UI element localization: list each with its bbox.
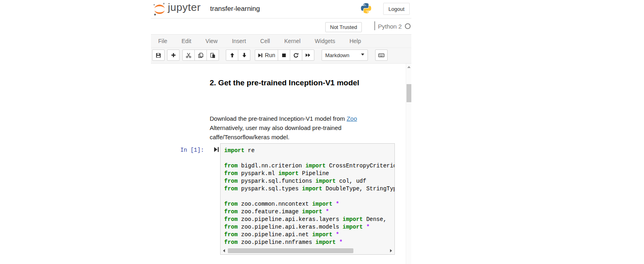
copy-button[interactable] [194, 50, 207, 61]
fast-forward-icon [305, 52, 311, 58]
cell-type-select[interactable]: Markdown [322, 50, 368, 61]
edit-group [182, 50, 219, 61]
code-line [224, 193, 394, 200]
kernel-status-icon [405, 23, 411, 29]
kernel-separator [374, 21, 375, 30]
run-button-label: Run [265, 52, 275, 58]
paste-icon [210, 52, 216, 58]
page-vertical-scrollbar[interactable] [406, 64, 411, 264]
markdown-heading: 2. Get the pre-trained Inception-V1 mode… [210, 78, 371, 87]
restart-kernel-button[interactable] [290, 50, 302, 61]
vertical-scroll-thumb[interactable] [407, 84, 411, 102]
menubar: File Edit View Insert Cell Kernel Widget… [151, 35, 411, 48]
chevron-down-icon [361, 54, 364, 56]
horizontal-scroll-thumb[interactable] [228, 248, 353, 253]
add-cell-icon [171, 52, 176, 58]
stop-button[interactable] [278, 50, 290, 61]
menu-file[interactable]: File [158, 38, 167, 44]
toolbar: Run Markdown [151, 50, 411, 63]
scroll-right-icon[interactable] [390, 249, 392, 252]
zoo-link[interactable]: Zoo [347, 115, 357, 122]
cut-icon [186, 52, 192, 58]
code-line: from pyspark.sql.types import DoubleType… [224, 185, 394, 193]
save-button[interactable] [152, 50, 165, 61]
copy-icon [198, 52, 204, 58]
add-cell-button[interactable] [167, 50, 180, 61]
cut-button[interactable] [182, 50, 195, 61]
menu-kernel[interactable]: Kernel [284, 38, 300, 44]
header: jupyter transfer-learning Logout [151, 0, 411, 19]
scroll-left-icon[interactable] [223, 249, 225, 252]
code-horizontal-scrollbar[interactable] [221, 248, 394, 254]
kernel-name: Python 2 [378, 23, 402, 30]
code-line: from zoo.pipeline.api.keras.models impor… [224, 223, 394, 231]
menu-widgets[interactable]: Widgets [315, 38, 335, 44]
command-palette-button[interactable] [375, 50, 388, 61]
code-line: import re [224, 147, 394, 155]
code-line [224, 155, 394, 162]
logout-button[interactable]: Logout [383, 3, 410, 15]
jupyter-logo-text[interactable]: jupyter [168, 1, 201, 14]
run-button[interactable]: Run [255, 50, 278, 61]
cell-type-value: Markdown [325, 52, 349, 58]
restart-kernel-icon [293, 52, 299, 58]
notebook-title[interactable]: transfer-learning [210, 5, 260, 13]
keyboard-icon [378, 52, 385, 58]
menu-insert[interactable]: Insert [232, 38, 246, 44]
trust-status-button[interactable]: Not Trusted [325, 22, 362, 32]
fast-forward-button[interactable] [302, 50, 314, 61]
move-down-icon [242, 52, 247, 58]
paragraph-text: Download the pre-trained Inception-V1 mo… [210, 115, 347, 122]
notebook-content: 2. Get the pre-trained Inception-V1 mode… [151, 64, 406, 264]
move-group [226, 50, 250, 61]
chrome: File Edit View Insert Cell Kernel Widget… [151, 34, 411, 64]
menu-view[interactable]: View [206, 38, 218, 44]
code-line: from zoo.pipeline.api.net import * [224, 231, 394, 239]
menu-help[interactable]: Help [349, 38, 361, 44]
code-line: from zoo.common.nncontext import * [224, 200, 394, 208]
markdown-paragraph: Download the pre-trained Inception-V1 mo… [210, 114, 371, 142]
code-line: from bigdl.nn.criterion import CrossEntr… [224, 162, 394, 170]
status-row: Not Trusted Python 2 [151, 19, 411, 34]
scroll-up-icon[interactable] [407, 66, 411, 68]
code-line: from pyspark.sql.functions import col, u… [224, 177, 394, 185]
notebook-app: jupyter transfer-learning Logout Not Tru… [151, 0, 411, 264]
step-forward-icon [258, 53, 263, 58]
paste-button[interactable] [206, 50, 219, 61]
input-prompt: In [1]: [180, 147, 204, 153]
menu-cell[interactable]: Cell [260, 38, 270, 44]
move-up-button[interactable] [226, 50, 238, 61]
move-up-icon [229, 52, 235, 58]
code-cell-editor[interactable]: import re from bigdl.nn.criterion import… [220, 143, 395, 255]
menu-edit[interactable]: Edit [182, 38, 191, 44]
run-group: Run [255, 50, 314, 61]
code-line: from zoo.pipeline.nnframes import * [224, 239, 394, 246]
stop-icon [281, 53, 287, 58]
code-line: from zoo.feature.image import * [224, 208, 394, 216]
code-lines: import re from bigdl.nn.criterion import… [221, 144, 394, 246]
paragraph-text-after: Alternatively, user may also download pr… [210, 124, 341, 140]
code-line: from pyspark.ml import Pipeline [224, 170, 394, 177]
code-line: from zoo.pipeline.api.keras.layers impor… [224, 216, 394, 223]
save-icon [155, 52, 161, 58]
jupyter-logo-icon [152, 2, 167, 17]
python-logo-icon [360, 2, 372, 14]
cell-step-forward-icon [214, 146, 219, 153]
move-down-button[interactable] [238, 50, 250, 61]
